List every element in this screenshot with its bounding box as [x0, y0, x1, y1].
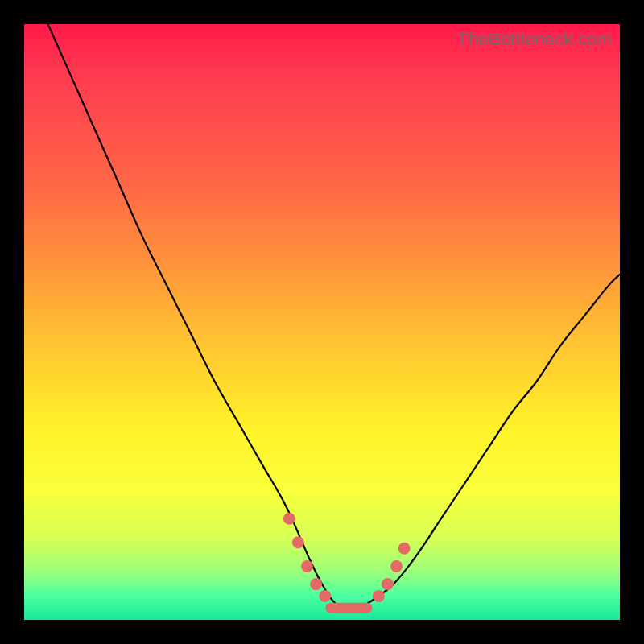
curve-marker-dot	[398, 543, 411, 555]
chart-plot-area: TheBottleneck.com	[24, 24, 620, 620]
bottleneck-curve-line	[48, 24, 620, 609]
curve-marker-dot	[319, 590, 331, 602]
bottleneck-curve-svg	[24, 24, 620, 620]
curve-marker-dot	[292, 536, 304, 548]
curve-marker-dot	[390, 560, 402, 572]
curve-marker-dot	[283, 513, 295, 525]
curve-marker-dot	[382, 578, 394, 590]
curve-marker-dot	[373, 590, 385, 602]
curve-markers	[283, 513, 411, 613]
chart-frame: TheBottleneck.com	[0, 0, 644, 644]
curve-marker-dot	[310, 578, 322, 590]
curve-marker-pill	[325, 603, 372, 613]
curve-marker-dot	[301, 560, 313, 572]
